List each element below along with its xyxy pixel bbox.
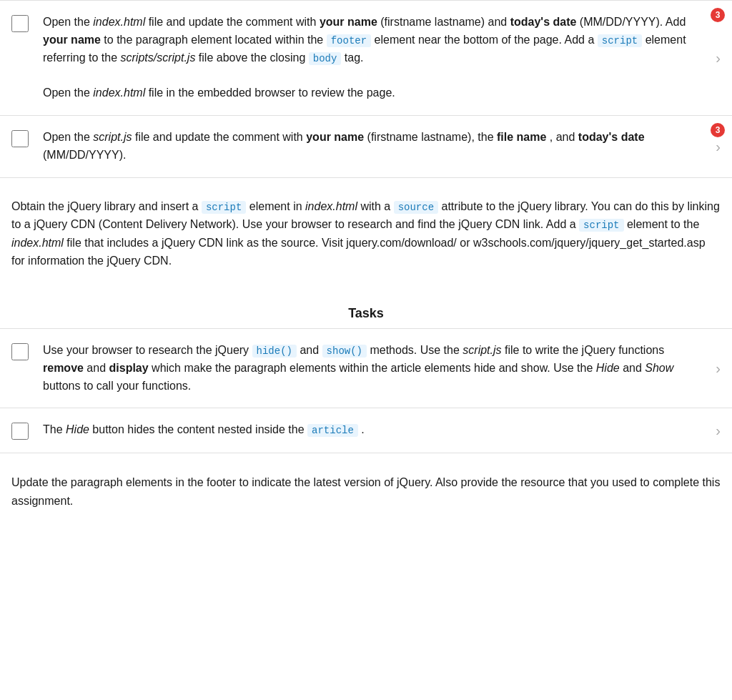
script-tag-1: script xyxy=(598,34,642,47)
task-item-3: Use your browser to research the jQuery … xyxy=(0,328,732,408)
show-method: show() xyxy=(322,345,367,358)
task1-text-2: Open the index.html file in the embedded… xyxy=(43,87,395,99)
task-item-2: 3 Open the script.js file and update the… xyxy=(0,115,732,178)
checkbox-2[interactable] xyxy=(11,130,29,147)
task-content-3: Use your browser to research the jQuery … xyxy=(43,342,721,395)
task3-text: Use your browser to research the jQuery … xyxy=(43,344,673,392)
script-tag-inline-1: script xyxy=(202,201,246,214)
checkbox-3[interactable] xyxy=(11,343,29,360)
prose1-text-1: Obtain the jQuery library and insert a xyxy=(11,200,202,212)
prose-block-1: Obtain the jQuery library and insert a s… xyxy=(0,177,732,290)
body-tag: body xyxy=(309,52,342,65)
task-content-1: Open the index.html file and update the … xyxy=(43,14,721,102)
badge-1: 3 xyxy=(711,8,725,22)
task1-text: Open the index.html file and update the … xyxy=(43,16,686,64)
chevron-icon-4[interactable]: › xyxy=(716,423,721,439)
task-item-1: 3 Open the index.html file and update th… xyxy=(0,0,732,116)
task2-text: Open the script.js file and update the c… xyxy=(43,131,645,161)
footer-tag: footer xyxy=(327,34,371,47)
tasks-header-text: Tasks xyxy=(348,306,384,320)
chevron-icon-3[interactable]: › xyxy=(716,360,721,377)
article-tag: article xyxy=(307,424,358,437)
script-tag-inline-2: script xyxy=(579,219,623,232)
chevron-icon-2[interactable]: › xyxy=(716,138,721,154)
task-content-4: The Hide button hides the content nested… xyxy=(43,421,721,439)
task4-text: The Hide button hides the content nested… xyxy=(43,423,365,435)
task-item-4: The Hide button hides the content nested… xyxy=(0,408,732,453)
prose1-text-2: element in index.html with a xyxy=(246,200,393,212)
tasks-section-header: Tasks xyxy=(0,290,732,328)
badge-2: 3 xyxy=(711,123,725,137)
footer-prose-block: Update the paragraph elements in the foo… xyxy=(0,453,732,524)
chevron-icon-1[interactable]: › xyxy=(716,49,721,66)
footer-prose-text: Update the paragraph elements in the foo… xyxy=(11,476,720,507)
checkbox-1[interactable] xyxy=(11,15,29,32)
source-tag: source xyxy=(394,201,438,214)
hide-method: hide() xyxy=(252,345,297,358)
checkbox-4[interactable] xyxy=(11,423,29,440)
task-content-2: Open the script.js file and update the c… xyxy=(43,129,721,164)
